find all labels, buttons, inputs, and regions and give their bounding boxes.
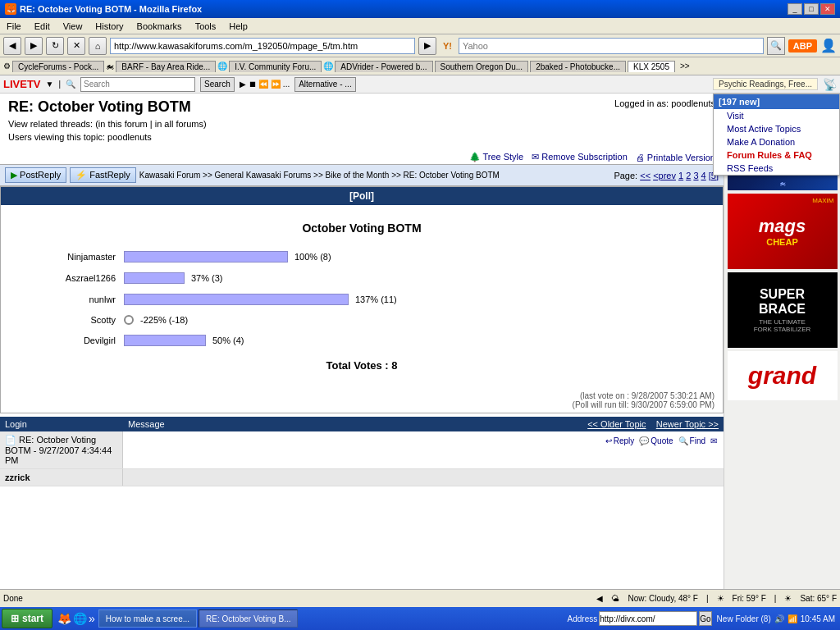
- network-icon: 📶: [788, 614, 797, 623]
- taskbar-go-button[interactable]: Go: [699, 611, 711, 626]
- forward-button[interactable]: ▶: [25, 37, 43, 55]
- menu-file[interactable]: File: [3, 21, 25, 32]
- ad-grand-title: grand: [748, 362, 816, 390]
- minimize-button[interactable]: _: [788, 3, 802, 15]
- close-button[interactable]: ✕: [820, 3, 835, 15]
- printable-version-link[interactable]: 🖨 Printable Version: [636, 153, 715, 162]
- find-icon: 🔍: [678, 436, 688, 445]
- page-3-link[interactable]: 3: [693, 171, 698, 180]
- menu-history[interactable]: History: [92, 21, 126, 32]
- dropdown-most-active[interactable]: Most Active Topics: [714, 122, 839, 135]
- page-2-link[interactable]: 2: [686, 171, 691, 180]
- second-post-row: zzrick: [0, 469, 724, 486]
- more-tabs[interactable]: >>: [677, 61, 693, 71]
- poll-row: Scotty-225% (-18): [34, 315, 690, 325]
- taskbar-address-input[interactable]: [599, 611, 697, 626]
- poll-title: October Voting BOTM: [34, 221, 690, 235]
- window-title: RE: October Voting BOTM - Mozilla Firefo…: [20, 4, 202, 14]
- post-reply-button[interactable]: ▶ PostReply: [5, 167, 66, 183]
- taskbar: ⊞ start 🦊 🌐 » How to make a scree... RE:…: [0, 607, 840, 630]
- tab-3[interactable]: ADVrider - Powered b...: [335, 61, 432, 72]
- tab-2[interactable]: I.V. Community Foru...: [229, 61, 322, 72]
- poll-candidate-name: nunlwr: [34, 294, 124, 304]
- dropdown-visit[interactable]: Visit: [714, 109, 839, 122]
- poll-percent-label: 137% (11): [355, 294, 397, 304]
- newer-topic-link[interactable]: Newer Topic >>: [656, 419, 719, 429]
- content-area: Logged in as: poodlenuts RE: October Vot…: [0, 94, 724, 589]
- quote-action[interactable]: 💬 Quote: [639, 436, 673, 445]
- weather-scroll-left: ◀: [596, 594, 603, 603]
- tab-4[interactable]: Southern Oregon Du...: [435, 61, 529, 72]
- alternative-btn[interactable]: Alternative - ...: [294, 77, 355, 92]
- dropdown-forum-rules[interactable]: Forum Rules & FAQ: [714, 148, 839, 162]
- prev-page-link[interactable]: <prev: [653, 171, 676, 180]
- fast-reply-button[interactable]: ⚡ FastReply: [70, 167, 136, 183]
- ad-superbrace[interactable]: SUPERBRACE THE ULTIMATEFORK STABILIZER: [728, 272, 838, 348]
- menu-tools[interactable]: Tools: [192, 21, 220, 32]
- stop-button[interactable]: ✕: [67, 37, 85, 55]
- start-button[interactable]: ⊞ start: [2, 609, 52, 628]
- poll-bar: [124, 272, 185, 284]
- poll-bar: [124, 335, 206, 346]
- back-button[interactable]: ◀: [3, 37, 21, 55]
- go-button[interactable]: ▶: [418, 37, 436, 55]
- remove-subscription-link[interactable]: ✉ Remove Subscription: [532, 152, 628, 162]
- weather-sat: Sat: 65° F: [800, 594, 837, 603]
- dropdown-header[interactable]: [197 new]: [714, 94, 839, 109]
- ad-grand[interactable]: grand: [728, 351, 838, 400]
- poll-percent-label: 50% (4): [212, 336, 244, 345]
- menu-view[interactable]: View: [60, 21, 86, 32]
- menu-help[interactable]: Help: [226, 21, 251, 32]
- poll-candidate-name: Devilgirl: [34, 336, 124, 345]
- weather-current: 🌤: [611, 594, 619, 603]
- tab-favicon-2: 🌐: [217, 62, 227, 71]
- home-button[interactable]: ⌂: [89, 37, 107, 55]
- reload-button[interactable]: ↻: [46, 37, 64, 55]
- livetv-search-btn[interactable]: Search: [200, 77, 235, 92]
- first-page-link[interactable]: <<: [640, 171, 651, 180]
- poll-percent-label: 37% (3): [191, 273, 223, 283]
- older-topic-link[interactable]: << Older Topic: [587, 419, 646, 429]
- dropdown-donation[interactable]: Make A Donation: [714, 135, 839, 148]
- search-button[interactable]: 🔍: [767, 37, 785, 55]
- psychic-ad[interactable]: Psychic Readings, Free...: [713, 78, 818, 90]
- poll-total: Total Votes : 8: [34, 359, 690, 372]
- weather-fri: Fri: 59° F: [733, 594, 766, 603]
- ad-mags[interactable]: mags CHEAP MAXIM: [728, 194, 838, 269]
- ad-superbrace-title: SUPERBRACE: [759, 287, 806, 316]
- taskbar-task-1[interactable]: RE: October Voting B...: [199, 609, 298, 628]
- taskbar-right: New Folder (8) 🔊 📶 10:45 AM: [712, 614, 840, 623]
- tab-5[interactable]: 2baked - Photobucke...: [530, 61, 626, 72]
- quote-icon: 💬: [639, 436, 649, 445]
- volume-icon: 🔊: [774, 614, 784, 623]
- email-action[interactable]: ✉: [710, 436, 717, 445]
- post-message-header: Message: [128, 419, 587, 429]
- menu-edit[interactable]: Edit: [31, 21, 53, 32]
- menu-bookmarks[interactable]: Bookmarks: [134, 21, 185, 32]
- page-title: RE: October Voting BOTM: [8, 98, 715, 116]
- search-input[interactable]: [459, 38, 764, 54]
- taskbar-tasks: 🦊 🌐 » How to make a scree... RE: October…: [54, 608, 568, 629]
- page-4-link[interactable]: 4: [701, 171, 706, 180]
- last-vote-info: (last vote on : 9/28/2007 5:30:21 AM): [9, 391, 714, 400]
- window-icon: 🦊: [5, 3, 16, 15]
- find-action[interactable]: 🔍 Find: [678, 436, 705, 445]
- tree-style-link[interactable]: 🌲 Tree Style: [469, 152, 524, 162]
- maximize-button[interactable]: □: [804, 3, 819, 15]
- livetv-dropdown[interactable]: ▼: [46, 80, 54, 89]
- tab-0[interactable]: CycleForums - Pock...: [12, 61, 104, 72]
- poster-username: zzrick: [5, 472, 30, 482]
- poll-footer: (last vote on : 9/28/2007 5:30:21 AM) (P…: [1, 388, 723, 413]
- weather-fri-icon: ☀: [717, 594, 724, 603]
- page-1-link[interactable]: 1: [678, 171, 683, 180]
- tab-1[interactable]: BARF - Bay Area Ride...: [116, 61, 216, 72]
- address-input[interactable]: [110, 38, 415, 54]
- taskbar-task-0[interactable]: How to make a scree...: [98, 609, 197, 628]
- dropdown-rss[interactable]: RSS Feeds: [714, 162, 839, 175]
- reply-action[interactable]: ↩ Reply: [605, 436, 635, 445]
- title-bar: 🦊 RE: October Voting BOTM - Mozilla Fire…: [0, 0, 840, 18]
- livetv-search-input[interactable]: [80, 77, 195, 92]
- windows-logo-icon: ⊞: [11, 613, 19, 624]
- tab-6[interactable]: KLX 2505: [628, 61, 675, 72]
- post-header-bar: Login Message << Older Topic Newer Topic…: [0, 417, 724, 431]
